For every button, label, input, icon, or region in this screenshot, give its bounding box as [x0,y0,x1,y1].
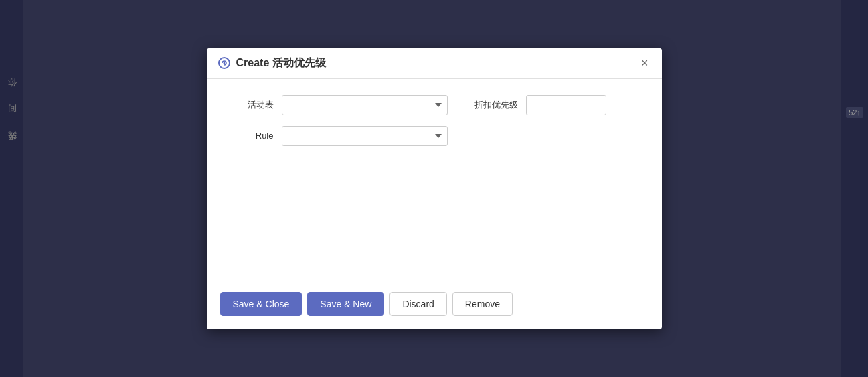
activity-table-label: 活动表 [220,99,274,111]
discount-priority-label: 折扣优先级 [474,99,518,111]
svg-point-1 [223,62,225,64]
create-dialog: Create 活动优先级 × 活动表 Rule 折扣优先级 [207,48,662,329]
modal-title: Create 活动优先级 [236,56,326,70]
modal-footer: Save & Close Save & New Discard Remove [207,284,662,329]
close-button[interactable]: × [638,57,651,69]
save-close-button[interactable]: Save & Close [220,292,302,316]
modal-title-area: Create 活动优先级 [218,56,326,70]
form-left-column: 活动表 Rule [220,95,448,268]
discount-priority-row: 折扣优先级 [474,95,648,115]
modal-header: Create 活动优先级 × [207,48,662,79]
rule-row: Rule [220,126,448,146]
activity-table-select[interactable] [282,95,448,115]
discount-priority-input[interactable] [526,95,606,115]
rule-select[interactable] [282,126,448,146]
form-right-column: 折扣优先级 [474,95,648,268]
modal-body: 活动表 Rule 折扣优先级 [207,79,662,284]
discard-button[interactable]: Discard [389,292,446,316]
modal-icon [218,56,231,70]
remove-button[interactable]: Remove [452,292,513,316]
save-new-button[interactable]: Save & New [307,292,384,316]
rule-label: Rule [220,131,274,141]
activity-table-row: 活动表 [220,95,448,115]
